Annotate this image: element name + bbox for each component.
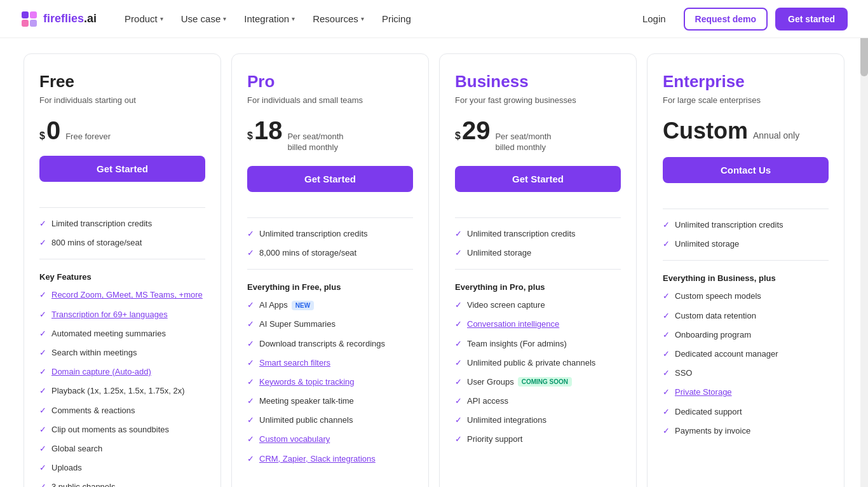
feature-text: Custom data retention [675, 310, 756, 322]
feature-text[interactable]: Transcription for 69+ languages [51, 309, 168, 320]
feature-text: Search within meetings [51, 347, 137, 359]
plan-price-pro: $18Per seat/month billed monthly [247, 118, 413, 153]
highlight-item: ✓Unlimited transcription credits [455, 228, 621, 240]
list-item: ✓Unlimited public channels [247, 415, 413, 426]
list-item: ✓Global search [39, 443, 205, 455]
new-badge: NEW [292, 301, 314, 310]
pricing-section: FreeFor individuals starting out$0Free f… [8, 38, 860, 487]
scrollbar-track[interactable] [860, 0, 868, 487]
feature-list-enterprise: ✓Custom speech models✓Custom data retent… [663, 291, 829, 437]
list-item: ✓AI AppsNEW [247, 299, 413, 311]
feature-list-pro: ✓AI AppsNEW✓AI Super Summaries✓Download … [247, 299, 413, 465]
check-icon: ✓ [247, 358, 254, 367]
check-icon: ✓ [455, 319, 462, 329]
cta-button-enterprise[interactable]: Contact Us [663, 157, 829, 183]
nav-usecase[interactable]: Use case ▾ [173, 8, 234, 29]
cta-button-pro[interactable]: Get Started [247, 166, 413, 192]
chevron-down-icon: ▾ [361, 15, 364, 22]
feature-text[interactable]: CRM, Zapier, Slack integrations [259, 453, 376, 465]
price-custom: Custom [663, 118, 748, 144]
list-item: ✓Dedicated support [663, 406, 829, 418]
logo[interactable]: fireflies.ai [20, 10, 97, 28]
list-item: ✓User GroupsCOMING SOON [455, 376, 621, 388]
list-item: ✓CRM, Zapier, Slack integrations [247, 453, 413, 465]
check-icon: ✓ [39, 482, 46, 487]
list-item: ✓Playback (1x, 1.25x, 1.5x, 1.75x, 2x) [39, 385, 205, 397]
request-demo-button[interactable]: Request demo [684, 8, 768, 31]
navbar: fireflies.ai Product ▾ Use case ▾ Integr… [0, 0, 868, 38]
highlights-enterprise: ✓Unlimited transcription credits✓Unlimit… [663, 219, 829, 250]
list-item: ✓Private Storage [663, 387, 829, 398]
feature-text[interactable]: Smart search filters [259, 357, 330, 369]
cta-button-free[interactable]: Get Started [39, 156, 205, 182]
check-icon: ✓ [663, 407, 670, 416]
get-started-nav-button[interactable]: Get started [775, 8, 848, 31]
check-icon: ✓ [39, 238, 46, 247]
divider [455, 217, 621, 218]
check-icon: ✓ [247, 434, 254, 444]
feature-text: Custom speech models [675, 291, 761, 302]
feature-text[interactable]: Keywords & topic tracking [259, 376, 355, 388]
check-icon: ✓ [247, 339, 254, 348]
list-item: ✓Smart search filters [247, 357, 413, 369]
nav-product[interactable]: Product ▾ [117, 8, 171, 29]
nav-integration[interactable]: Integration ▾ [236, 8, 302, 29]
login-button[interactable]: Login [632, 8, 676, 29]
check-icon: ✓ [663, 426, 670, 436]
feature-text[interactable]: Custom vocabulary [259, 434, 330, 445]
list-item: ✓Team insights (For admins) [455, 338, 621, 350]
nav-pricing[interactable]: Pricing [374, 8, 419, 29]
highlights-free: ✓Limited transcription credits✓800 mins … [39, 218, 205, 249]
check-icon: ✓ [247, 229, 254, 238]
list-item: ✓Domain capture (Auto-add) [39, 366, 205, 378]
logo-icon [20, 10, 38, 28]
feature-text[interactable]: Conversation intelligence [467, 319, 559, 330]
feature-text[interactable]: Private Storage [675, 387, 732, 398]
feature-text: User GroupsCOMING SOON [467, 376, 572, 388]
feature-text: Unlimited storage [467, 247, 531, 259]
feature-text: API access [467, 395, 508, 407]
price-dollar: $ [39, 130, 45, 142]
check-icon: ✓ [39, 386, 46, 395]
price-dollar: $ [247, 130, 253, 142]
chevron-down-icon: ▾ [160, 15, 163, 22]
check-icon: ✓ [39, 310, 46, 319]
highlight-item: ✓800 mins of storage/seat [39, 237, 205, 249]
list-item: ✓Custom data retention [663, 310, 829, 322]
check-icon: ✓ [663, 349, 670, 359]
logo-text: fireflies.ai [43, 12, 97, 25]
coming-soon-badge: COMING SOON [518, 377, 572, 387]
price-note: Free forever [65, 132, 111, 142]
feature-text: 800 mins of storage/seat [51, 237, 142, 249]
feature-text: Team insights (For admins) [467, 338, 567, 350]
nav-resources[interactable]: Resources ▾ [305, 8, 372, 29]
check-icon: ✓ [39, 219, 46, 228]
list-item: ✓Download transcripts & recordings [247, 338, 413, 350]
feature-text: Unlimited transcription credits [675, 219, 783, 231]
feature-text: Unlimited transcription credits [467, 228, 576, 240]
check-icon: ✓ [39, 444, 46, 453]
chevron-down-icon: ▾ [292, 15, 295, 22]
plan-tagline-enterprise: For large scale enterprises [663, 95, 829, 105]
divider [663, 209, 829, 209]
plan-tagline-business: For your fast growing businesses [455, 95, 621, 105]
list-item: ✓AI Super Summaries [247, 319, 413, 330]
list-item: ✓Onboarding program [663, 329, 829, 341]
svg-rect-0 [22, 11, 29, 18]
highlight-item: ✓8,000 mins of storage/seat [247, 247, 413, 259]
section-label-free: Key Features [39, 272, 205, 282]
feature-text[interactable]: Record Zoom, GMeet, MS Teams, +more [51, 289, 203, 301]
check-icon: ✓ [663, 220, 670, 230]
divider [39, 207, 205, 208]
list-item: ✓Unlimited public & private channels [455, 357, 621, 369]
plan-price-enterprise: CustomAnnual only [663, 118, 829, 144]
list-item: ✓Transcription for 69+ languages [39, 309, 205, 320]
check-icon: ✓ [663, 330, 670, 340]
feature-text[interactable]: Domain capture (Auto-add) [51, 366, 151, 378]
section-label-pro: Everything in Free, plus [247, 282, 413, 292]
cta-button-business[interactable]: Get Started [455, 166, 621, 192]
feature-text: Dedicated account manager [675, 348, 778, 360]
feature-text: Clip out moments as soundbites [51, 424, 169, 436]
highlight-item: ✓Limited transcription credits [39, 218, 205, 230]
plan-name-pro: Pro [247, 72, 413, 92]
